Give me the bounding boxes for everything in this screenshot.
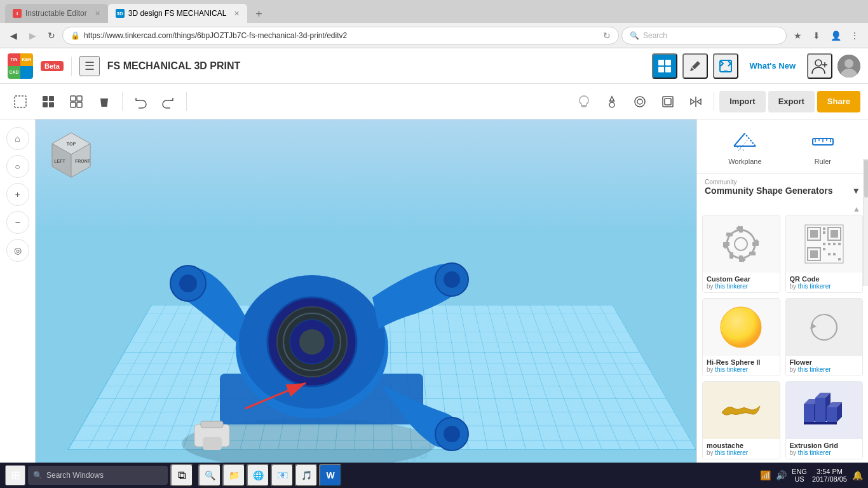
author-link-gear[interactable]: this tinkerer	[715, 283, 748, 290]
search-box[interactable]: 🔍 Search	[621, 27, 787, 44]
svg-rect-18	[77, 102, 82, 107]
taskbar-search[interactable]: 🔍 Search Windows	[28, 466, 168, 485]
download-button[interactable]: ⬇	[808, 27, 825, 44]
author-link-sphere[interactable]: this tinkerer	[715, 366, 748, 373]
taskbar-app-files[interactable]: 📁	[222, 464, 245, 487]
workplane-tool[interactable]: Workplane	[728, 127, 761, 165]
zoom-out-button[interactable]: −	[6, 211, 29, 234]
back-button[interactable]: ◀	[5, 27, 22, 44]
svg-rect-104	[827, 407, 837, 422]
svg-text:FRONT: FRONT	[75, 159, 91, 163]
undo-button[interactable]	[128, 89, 153, 114]
shape-tool-1[interactable]	[599, 89, 625, 114]
shape-card-custom-gear[interactable]: Custom Gear by this tinkerer	[702, 215, 780, 293]
svg-point-95	[721, 307, 761, 348]
svg-rect-90	[838, 243, 841, 245]
shape-tool-3[interactable]	[655, 89, 681, 114]
forward-button[interactable]: ▶	[24, 27, 41, 44]
panel-scrollbar-thumb[interactable]	[864, 159, 868, 198]
grid-view-button[interactable]	[652, 53, 677, 79]
shape-name-moustache: moustache	[707, 442, 776, 449]
taskbar-date-display: 2017/08/05	[812, 475, 847, 483]
tab-close-1[interactable]: ✕	[95, 10, 100, 18]
new-tab-button[interactable]: +	[250, 5, 268, 23]
panel-section-header: Community Community Shape Generators ▼	[697, 173, 868, 198]
svg-line-55	[734, 133, 745, 146]
code-brackets-button[interactable]	[713, 53, 738, 79]
panel-scrollbar[interactable]	[863, 159, 868, 286]
taskbar-app-music[interactable]: 🎵	[295, 464, 318, 487]
viewport[interactable]: TOP LEFT FRONT	[36, 119, 696, 488]
svg-rect-91	[823, 248, 825, 250]
section-dropdown-icon[interactable]: ▼	[851, 186, 860, 196]
taskbar-notification-icon[interactable]: 🔔	[852, 470, 863, 480]
shape-tool-2[interactable]	[627, 89, 653, 114]
hammer-icon	[688, 59, 702, 73]
shape-card-qr-code[interactable]: QR Code by this tinkerer	[785, 215, 864, 293]
task-view-button[interactable]: ⧉	[170, 464, 193, 487]
hint-button[interactable]	[571, 89, 597, 114]
taskbar-datetime: 3:54 PM 2017/08/05	[812, 468, 847, 483]
nav-cube[interactable]: TOP LEFT FRONT	[46, 130, 97, 180]
hamburger-button[interactable]: ☰	[79, 56, 100, 76]
refresh-button[interactable]: ↻	[43, 27, 60, 44]
shape-grid: Custom Gear by this tinkerer	[702, 215, 863, 459]
shape-name-extrusion: Extrusion Grid	[790, 442, 859, 449]
ruler-tool[interactable]: Ruler	[809, 127, 837, 165]
tab-close-2[interactable]: ✕	[234, 10, 240, 18]
fit-view-button[interactable]: ◎	[6, 239, 29, 262]
export-button[interactable]: Export	[768, 91, 815, 112]
taskbar-app-search[interactable]: 🔍	[198, 464, 221, 487]
taskbar-app-email[interactable]: 📧	[271, 464, 294, 487]
hammer-button[interactable]	[682, 53, 708, 79]
panel-scroll-up[interactable]: ▲	[702, 203, 863, 215]
bookmark-button[interactable]: ★	[789, 27, 806, 44]
author-link-moustache[interactable]: this tinkerer	[715, 449, 748, 456]
settings-button[interactable]: ⋮	[846, 27, 863, 44]
ungroup-button[interactable]	[64, 89, 89, 114]
logo-cell-tin: TIN	[8, 53, 20, 66]
svg-point-38	[179, 274, 197, 292]
redo-icon	[161, 95, 175, 109]
taskbar-search-icon: 🔍	[33, 471, 43, 480]
start-button[interactable]: ⊞	[5, 465, 25, 485]
taskbar-volume-icon: 🔊	[776, 470, 787, 480]
group-button[interactable]	[36, 89, 61, 114]
svg-point-22	[637, 99, 642, 104]
ruler-label: Ruler	[815, 158, 831, 165]
shape-card-extrusion[interactable]: Extrusion Grid by this tinkerer	[785, 381, 864, 459]
author-link-qr[interactable]: this tinkerer	[798, 283, 831, 290]
header-divider-1	[71, 57, 72, 76]
author-link-flower[interactable]: this tinkerer	[798, 366, 831, 373]
shape-card-sphere[interactable]: Hi-Res Sphere II by this tinkerer	[702, 298, 780, 376]
redo-button[interactable]	[156, 89, 181, 114]
shape-card-flower[interactable]: Flower by this tinkerer	[785, 298, 864, 376]
nav-icons: ★ ⬇ 👤 ⋮	[789, 27, 863, 44]
import-button[interactable]: Import	[719, 91, 765, 112]
shape-info-sphere: Hi-Res Sphere II by this tinkerer	[703, 356, 780, 376]
panel-content[interactable]: ▲	[697, 198, 868, 488]
delete-button[interactable]	[92, 89, 117, 114]
taskbar-app-browser[interactable]: 🌐	[247, 464, 269, 487]
whats-new-button[interactable]: What's New	[743, 57, 802, 74]
add-user-button[interactable]	[807, 53, 832, 79]
shape-card-moustache[interactable]: moustache by this tinkerer	[702, 381, 780, 459]
search-icon: 🔍	[630, 31, 639, 40]
taskbar-app-word[interactable]: W	[319, 464, 342, 487]
select-all-button[interactable]	[8, 89, 33, 114]
share-button[interactable]: Share	[817, 91, 860, 112]
sync-button[interactable]: 👤	[827, 27, 844, 44]
orbit-button[interactable]: ○	[6, 155, 29, 178]
tab-instructable[interactable]: I Instructable Editor ✕	[5, 4, 108, 23]
app-header: TIN KER CAD Beta ☰ FS MECHANICAL 3D PRIN…	[0, 48, 868, 84]
svg-text:TOP: TOP	[67, 142, 76, 146]
avatar[interactable]	[837, 55, 860, 78]
zoom-in-button[interactable]: +	[6, 183, 29, 206]
tab-3d-design[interactable]: 3D 3D design FS MECHANICAL ✕	[108, 4, 248, 23]
mirror-button[interactable]	[683, 89, 709, 114]
author-link-extrusion[interactable]: this tinkerer	[798, 449, 831, 456]
tab-favicon-1: I	[13, 9, 22, 18]
url-bar[interactable]: 🔒 https://www.tinkercad.com/things/6bpJO…	[62, 27, 619, 44]
tinkercad-logo: TIN KER CAD	[8, 53, 33, 79]
home-view-button[interactable]: ⌂	[6, 127, 29, 150]
